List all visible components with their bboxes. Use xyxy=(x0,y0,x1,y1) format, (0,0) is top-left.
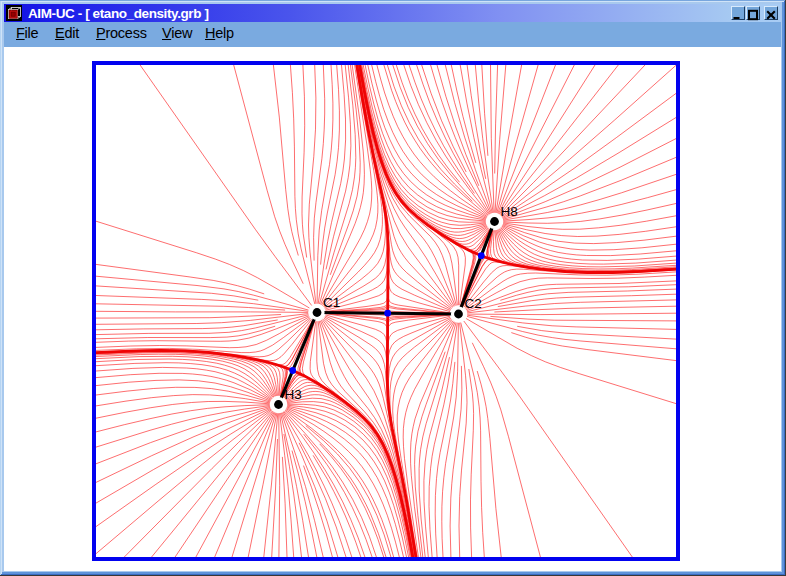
svg-text:H8: H8 xyxy=(501,204,518,219)
svg-text:C1: C1 xyxy=(323,295,340,310)
svg-text:H3: H3 xyxy=(285,387,302,402)
svg-text:C2: C2 xyxy=(465,296,482,311)
